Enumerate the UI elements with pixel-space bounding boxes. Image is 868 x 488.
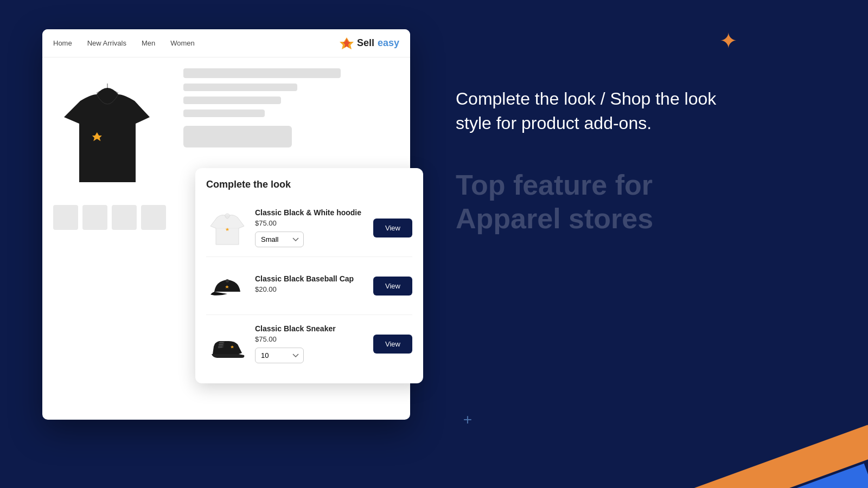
skeleton-line-1 <box>183 68 341 78</box>
brand-logo: Selleasy <box>340 36 399 50</box>
feature-text: Top feature for Apparel stores <box>456 168 814 236</box>
cap-name: Classic Black Baseball Cap <box>255 274 367 283</box>
svg-point-6 <box>226 279 229 282</box>
sneaker-name: Classic Black Sneaker <box>255 324 367 333</box>
thumbnail-1[interactable] <box>53 205 78 230</box>
product-row-cap: Classic Black Baseball Cap $20.00 View <box>206 257 412 315</box>
complete-look-title: Complete the look <box>206 179 412 190</box>
cap-svg <box>206 265 248 307</box>
nav-new-arrivals[interactable]: New Arrivals <box>87 39 126 47</box>
nav-bar: Home New Arrivals Men Women Selleasy <box>42 29 410 57</box>
hoodie-info: Classic Black & White hoodie $75.00 Smal… <box>255 208 367 247</box>
cap-price: $20.00 <box>255 285 367 293</box>
nav-men[interactable]: Men <box>142 39 155 47</box>
sneaker-info: Classic Black Sneaker $75.00 8 9 10 11 1… <box>255 324 367 363</box>
sneaker-price: $75.00 <box>255 335 367 343</box>
product-main-image <box>53 68 162 198</box>
skeleton-line-3 <box>183 97 281 104</box>
product-left <box>53 68 173 409</box>
complete-look-panel: Complete the look Classic Black & White … <box>195 168 423 383</box>
skeleton-button <box>183 126 292 147</box>
hoodie-size-select[interactable]: Small Medium Large XL <box>255 232 304 247</box>
sneaker-size-select[interactable]: 8 9 10 11 12 <box>255 348 304 363</box>
sneaker-view-button[interactable]: View <box>373 335 412 354</box>
thumbnail-2[interactable] <box>82 205 107 230</box>
sneaker-actions: 8 9 10 11 12 <box>255 348 367 363</box>
nav-home[interactable]: Home <box>53 39 72 47</box>
skeleton-line-2 <box>183 84 297 91</box>
cap-info: Classic Black Baseball Cap $20.00 <box>255 274 367 298</box>
thumbnail-3[interactable] <box>112 205 137 230</box>
hoodie-name: Classic Black & White hoodie <box>255 208 367 217</box>
hoodie-price: $75.00 <box>255 219 367 227</box>
logo-easy: easy <box>378 37 399 49</box>
cap-view-button[interactable]: View <box>373 277 412 296</box>
skeleton-line-4 <box>183 110 265 117</box>
hoodie-image <box>206 207 248 249</box>
thumbnail-4[interactable] <box>141 205 166 230</box>
sneaker-image <box>206 323 248 365</box>
diagonal-stripes <box>651 325 868 488</box>
hoodie-actions: Small Medium Large XL <box>255 232 367 247</box>
product-row-hoodie: Classic Black & White hoodie $75.00 Smal… <box>206 199 412 257</box>
logo-icon <box>340 36 354 50</box>
tagline: Complete the look / Shop the look style … <box>456 87 814 136</box>
star-decoration: ✦ <box>719 30 738 52</box>
nav-women[interactable]: Women <box>170 39 195 47</box>
product-row-sneaker: Classic Black Sneaker $75.00 8 9 10 11 1… <box>206 315 412 373</box>
product-thumbnails <box>53 205 173 230</box>
product-tshirt-svg <box>59 74 156 193</box>
logo-sell: Sell <box>357 37 374 49</box>
right-content: Complete the look / Shop the look style … <box>456 87 814 235</box>
sneaker-svg <box>206 323 248 365</box>
hoodie-svg <box>206 207 248 249</box>
cap-image <box>206 265 248 307</box>
hoodie-view-button[interactable]: View <box>373 219 412 237</box>
plus-decoration: + <box>463 411 472 428</box>
